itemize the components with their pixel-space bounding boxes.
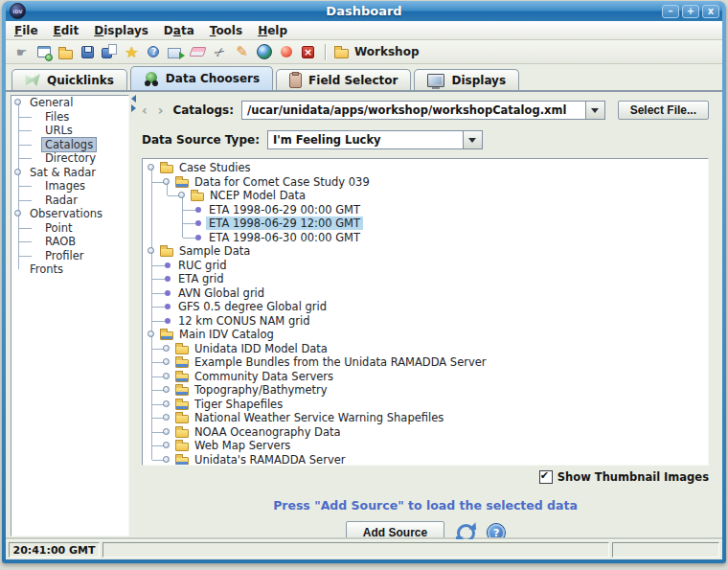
maximize-button[interactable]: +: [682, 5, 699, 18]
tree-row[interactable]: NCEP Model Data: [145, 189, 708, 203]
title-bar[interactable]: IDV Dashboard – + x: [6, 1, 722, 21]
globe-icon[interactable]: [255, 43, 273, 61]
tree-row[interactable]: Web Map Servers: [145, 439, 708, 453]
tree-row[interactable]: Data for Comet Case Study 039: [145, 175, 708, 190]
tree-expand-handle[interactable]: [148, 164, 154, 171]
new-window-icon[interactable]: [34, 43, 53, 61]
tree-row[interactable]: ETA 1998-06-30 00:00 GMT: [145, 231, 708, 245]
tree-node-label[interactable]: NOAA Oceanography Data: [192, 425, 344, 439]
data-source-type-arrow[interactable]: [463, 131, 482, 148]
tree-row[interactable]: ETA 1998-06-29 00:00 GMT: [145, 203, 708, 217]
catalog-combobox-value[interactable]: /ucar/unidata/apps/workshop/workshopCata…: [242, 102, 585, 119]
tree-row[interactable]: Observations: [11, 207, 128, 221]
tree-row[interactable]: Images: [11, 179, 128, 194]
tree-row[interactable]: Point: [11, 221, 128, 236]
tree-node-label[interactable]: Web Map Servers: [192, 439, 293, 452]
tab-quicklinks[interactable]: Quicklinks: [11, 69, 127, 90]
tree-node-label[interactable]: Topography/Bathymetry: [192, 383, 330, 397]
tree-node-label[interactable]: NCEP Model Data: [207, 189, 308, 202]
menu-file[interactable]: File: [14, 24, 38, 37]
tree-expand-handle[interactable]: [148, 247, 154, 254]
tab-data-choosers[interactable]: Data Choosers: [130, 66, 273, 90]
tree-node-label[interactable]: ETA grid: [175, 272, 226, 285]
tree-node-label[interactable]: RAOB: [42, 235, 79, 248]
eraser-icon[interactable]: [189, 43, 207, 61]
tree-node-label[interactable]: Data for Comet Case Study 039: [192, 175, 373, 189]
catalog-history-arrows[interactable]: ‹ ›: [142, 103, 166, 117]
tree-expand-handle[interactable]: [163, 414, 170, 421]
collapse-left-icon[interactable]: [131, 95, 136, 103]
tree-row[interactable]: Community Data Servers: [145, 370, 708, 384]
tree-row[interactable]: Files: [11, 110, 128, 125]
tree-expand-handle[interactable]: [163, 345, 170, 352]
tree-node-label[interactable]: Main IDV Catalog: [176, 328, 277, 341]
workshop-group[interactable]: Workshop: [333, 45, 419, 58]
tree-row[interactable]: Case Studies: [145, 161, 708, 175]
tree-row[interactable]: RUC grid: [145, 259, 708, 273]
tree-row[interactable]: Catalogs: [11, 138, 128, 152]
tree-node-label[interactable]: Tiger Shapefiles: [192, 398, 285, 411]
tree-expand-handle[interactable]: [163, 386, 170, 393]
tree-node-label[interactable]: AVN Global grid: [175, 286, 267, 300]
tree-node-label[interactable]: RUC grid: [175, 259, 230, 272]
refresh-icon[interactable]: [457, 524, 475, 540]
minimize-button[interactable]: –: [662, 5, 679, 18]
tree-row[interactable]: Example Bundles from the Unidata RAMADDA…: [145, 355, 708, 370]
tree-row[interactable]: ETA grid: [145, 272, 708, 286]
data-source-type-value[interactable]: I'm Feeling Lucky: [268, 131, 463, 148]
tree-node-label[interactable]: Point: [42, 221, 76, 235]
tree-node-label[interactable]: Fronts: [27, 262, 66, 276]
tree-node-label[interactable]: Directory: [42, 151, 99, 165]
tree-node-label[interactable]: ETA 1998-06-29 00:00 GMT: [206, 203, 363, 217]
tree-node-label[interactable]: Sat & Radar: [27, 166, 99, 179]
tree-row[interactable]: Tiger Shapefiles: [145, 398, 708, 412]
add-source-button[interactable]: Add Source: [346, 521, 444, 539]
tab-field-selector[interactable]: Field Selector: [276, 69, 411, 90]
data-source-type-combobox[interactable]: I'm Feeling Lucky: [267, 130, 483, 149]
tree-expand-handle[interactable]: [163, 428, 170, 435]
tree-row[interactable]: 12 km CONUS NAM grid: [145, 314, 708, 329]
tree-node-label[interactable]: ETA 1998-06-30 00:00 GMT: [206, 231, 363, 244]
tree-node-label[interactable]: National Weather Service Warning Shapefi…: [192, 411, 446, 424]
menu-displays[interactable]: Displays: [94, 24, 148, 37]
tree-node-label[interactable]: Unidata IDD Model Data: [192, 342, 330, 355]
tree-expand-handle[interactable]: [14, 99, 21, 105]
tree-node-label[interactable]: Files: [42, 110, 72, 124]
tree-node-label[interactable]: Case Studies: [176, 161, 253, 174]
tree-expand-handle[interactable]: [163, 442, 170, 448]
tree-node-label[interactable]: Profiler: [42, 249, 87, 262]
tree-row[interactable]: Radar: [11, 194, 128, 208]
menu-data[interactable]: Data: [164, 24, 194, 37]
tree-node-label[interactable]: Radar: [42, 194, 80, 207]
tree-node-label[interactable]: ETA 1998-06-29 12:00 GMT: [206, 217, 363, 230]
pencil-icon[interactable]: [233, 43, 251, 61]
tree-row[interactable]: Fronts: [11, 262, 128, 277]
tree-row[interactable]: Main IDV Catalog: [145, 328, 708, 342]
tree-node-label[interactable]: Sample Data: [176, 244, 253, 258]
catalog-combobox[interactable]: /ucar/unidata/apps/workshop/workshopCata…: [241, 101, 605, 120]
tree-node-label[interactable]: 12 km CONUS NAM grid: [175, 314, 312, 328]
favorites-icon[interactable]: [123, 43, 141, 61]
help-icon[interactable]: ?: [488, 524, 505, 539]
tree-row[interactable]: Sample Data: [145, 244, 708, 259]
tree-expand-handle[interactable]: [178, 192, 185, 198]
tab-displays[interactable]: Displays: [414, 69, 519, 90]
record-icon[interactable]: [277, 43, 295, 61]
tree-row[interactable]: National Weather Service Warning Shapefi…: [145, 411, 708, 425]
tree-node-label[interactable]: General: [27, 96, 76, 109]
tree-row[interactable]: ETA 1998-06-29 12:00 GMT: [145, 217, 708, 231]
save-icon[interactable]: [79, 43, 97, 61]
tree-row[interactable]: Unidata IDD Model Data: [145, 342, 708, 356]
tree-expand-handle[interactable]: [163, 358, 170, 365]
mail-icon[interactable]: [167, 43, 185, 61]
tree-row[interactable]: Profiler: [11, 249, 128, 263]
tree-row[interactable]: AVN Global grid: [145, 286, 708, 301]
tree-row[interactable]: Topography/Bathymetry: [145, 383, 708, 398]
help-bubble-icon[interactable]: [145, 43, 163, 61]
tree-expand-handle[interactable]: [14, 169, 21, 175]
catalog-combobox-arrow[interactable]: [585, 102, 604, 119]
menu-tools[interactable]: Tools: [210, 24, 242, 37]
tree-row[interactable]: Directory: [11, 151, 128, 166]
tree-expand-handle[interactable]: [163, 373, 170, 379]
close-button[interactable]: x: [702, 5, 719, 18]
